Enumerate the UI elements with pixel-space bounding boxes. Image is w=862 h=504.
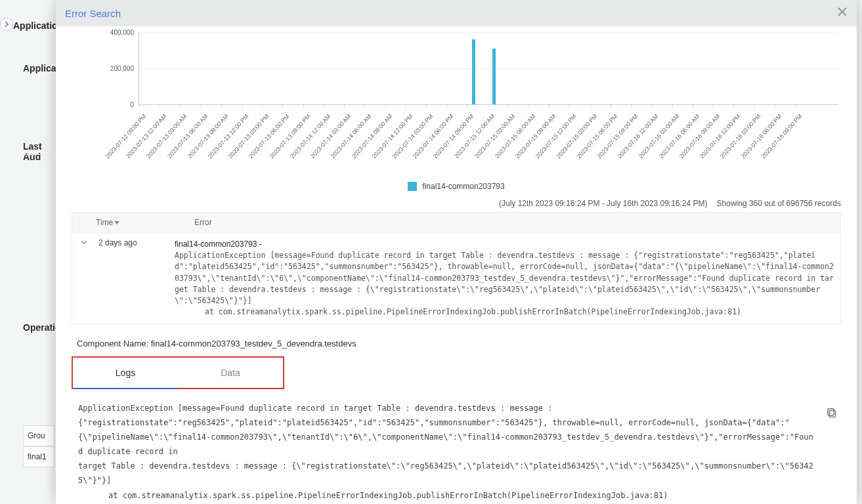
x-axis-tick-label: 2023-07-14 06:00 AM [330,113,372,159]
col-header-error[interactable]: Error [188,213,840,232]
table-row: 2 days ago final14-common203793 - Applic… [72,232,840,324]
log-output: ApplicationException [message=Found dupl… [72,397,841,505]
background-data-table: Grou final1 [23,425,54,467]
tab-data[interactable]: Data [178,358,283,388]
close-icon[interactable] [837,7,848,20]
col-header-time[interactable]: Time [72,213,188,232]
table-header: Time Error [72,213,840,232]
bg-table-cell: final1 [23,446,54,467]
page-title: Applicatio [13,20,58,31]
svg-marker-0 [114,221,119,224]
svg-rect-1 [830,410,836,417]
legend-swatch [408,182,417,191]
x-axis-tick-label: 2023-07-16 12:00 AM [616,113,659,159]
row-error: final14-common203793 - ApplicationExcept… [168,233,840,324]
sort-desc-icon [114,220,119,225]
bg-table-header: Grou [23,425,54,446]
error-table: Time Error 2 days ago final14-common2037… [72,212,841,324]
result-meta: (July 12th 2023 09:16:24 PM - July 16th … [72,199,841,208]
time-range-label: (July 12th 2023 09:16:24 PM - July 16th … [499,199,708,208]
error-message-body: ApplicationException [message=Found dupl… [175,250,834,306]
chart-bar[interactable] [472,39,475,104]
error-search-modal: Error Search 0200,000400,000 2023-07-12 … [56,0,857,504]
x-axis-tick-label: 2023-07-16 03:00 PM [719,113,762,159]
component-name-label: Component Name: final14-common203793_tes… [77,339,841,348]
modal-title: Error Search [65,8,121,19]
record-count-label: Showing 360 out of 696756 records [717,199,841,208]
row-time: 2 days ago [96,233,168,324]
log-line: {\"pipelineName\":\"final14-common203793… [78,432,813,456]
sidebar-expand-icon[interactable] [0,18,13,31]
modal-header: Error Search [56,0,857,26]
log-line: {"registrationstate":"reg563425","platei… [78,418,790,427]
copy-icon[interactable] [827,408,838,419]
log-trace-line: at com.streamanalytix.spark.ss.pipeline.… [78,488,813,503]
section-heading-operations: Operatio [23,322,61,333]
row-expand-toggle[interactable] [72,233,96,324]
x-axis-tick-label: 2023-07-16 09:00 PM [760,113,804,159]
svg-rect-2 [828,408,834,415]
section-heading-last-audit: Last Aud [23,141,54,162]
tab-logs[interactable]: Logs [73,358,178,389]
log-line: ApplicationException [message=Found dupl… [78,404,552,413]
legend-label: final14-common203793 [422,182,504,191]
error-source-title: final14-common203793 - [175,238,834,250]
error-count-chart: 0200,000400,000 2023-07-12 09:00 PM2023-… [72,29,841,177]
section-heading-application: Applicat [23,63,59,74]
log-data-tabs: Logs Data [72,356,284,389]
log-line: target Table : devendra.testdevs : messa… [78,461,813,485]
error-trace-line: at com.streamanalytix.spark.ss.pipeline.… [175,306,834,318]
chart-bar[interactable] [492,49,496,104]
x-axis-tick-label: 2023-07-13 03:00 AM [145,113,188,159]
chart-legend: final14-common203793 [72,177,841,191]
